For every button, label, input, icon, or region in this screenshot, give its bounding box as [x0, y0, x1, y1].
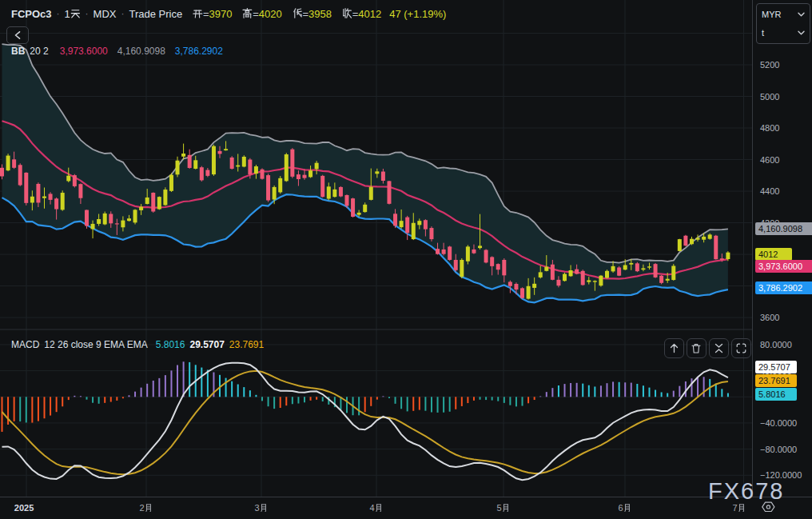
candle-body — [448, 246, 452, 260]
candle-body — [442, 250, 446, 254]
time-axis-label[interactable]: 2025 — [14, 503, 34, 513]
bb-lower-value: 3,786.2902 — [175, 46, 223, 57]
candle-body — [412, 223, 416, 239]
candle-body — [315, 163, 319, 170]
change-value: 47 (+1.19%) — [389, 8, 446, 20]
candle-body — [6, 156, 10, 171]
candle-body — [54, 198, 58, 209]
candle-body — [496, 264, 500, 269]
candle-body — [339, 187, 343, 197]
collapse-pane-button[interactable] — [709, 338, 729, 358]
bb-basis-value: 3,973.6000 — [60, 46, 108, 57]
candle-body — [502, 260, 506, 275]
delete-indicator-button[interactable] — [687, 338, 707, 358]
candle-body — [78, 184, 82, 198]
candle-body — [236, 166, 240, 167]
candle-body — [527, 286, 531, 299]
move-pane-up-button[interactable] — [664, 338, 684, 358]
ohlc-label: = — [242, 8, 258, 20]
bb-legend[interactable]: BB 20 2 3,973.6000 4,160.9098 3,786.2902 — [11, 45, 228, 57]
macd-legend[interactable]: MACD 12 26 close 9 EMA EMA 5.8016 29.570… — [11, 339, 269, 350]
candle-body — [556, 280, 560, 285]
candle-body — [133, 210, 137, 222]
candle-body — [327, 186, 331, 198]
candle-body — [714, 236, 718, 259]
candle-body — [587, 280, 591, 281]
interval-label[interactable]: 1 — [65, 8, 81, 20]
ohlc-value: 3970 — [209, 8, 232, 20]
back-button[interactable] — [6, 26, 29, 44]
time-axis-label[interactable]: 4 — [370, 503, 384, 513]
time-axis-label[interactable]: 6 — [619, 503, 632, 513]
symbol-title[interactable]: FCPOc3 — [11, 8, 52, 20]
candle-body — [73, 175, 77, 186]
candle-body — [581, 271, 585, 285]
candle-body — [635, 263, 639, 271]
axis-price-label: 5000 — [760, 92, 779, 102]
unit-dropdown[interactable]: t — [757, 23, 810, 42]
candle-body — [532, 284, 536, 288]
ohlc-value: 4012 — [358, 8, 381, 20]
candle-body — [357, 213, 361, 215]
chart-canvas[interactable] — [0, 0, 812, 519]
candle-body — [599, 276, 603, 285]
watermark: FX678 — [708, 478, 784, 505]
time-axis-label[interactable]: 3 — [255, 503, 269, 513]
trash-icon — [691, 343, 701, 353]
macd-params: 12 26 close 9 EMA EMA — [44, 339, 147, 350]
candle-body — [683, 236, 687, 246]
arrow-up-icon — [669, 343, 679, 353]
time-axis-label[interactable]: 2 — [140, 503, 153, 513]
candle-body — [308, 170, 312, 177]
candle-body — [678, 239, 682, 251]
candle-body — [436, 249, 440, 254]
time-axis[interactable]: 2025234567 — [0, 497, 812, 519]
axis-price-tag: 3,786.2902 — [755, 281, 812, 294]
candle-body — [708, 234, 712, 238]
candle-body — [375, 171, 379, 174]
time-axis-label[interactable]: 5 — [497, 503, 511, 513]
candle-body — [248, 160, 252, 175]
cjk-glyph — [145, 504, 153, 513]
candle-body — [176, 161, 180, 175]
candle-body — [393, 214, 397, 226]
unit-value: t — [762, 28, 764, 38]
candle-body — [266, 175, 270, 200]
candle-body — [261, 170, 265, 179]
macd-hist-value: 5.8016 — [156, 339, 185, 350]
candle-body — [605, 271, 609, 278]
cjk-glyph — [242, 8, 253, 18]
axis-price-tag: 5.8016 — [755, 388, 797, 401]
candle-body — [629, 263, 633, 265]
exchange-label: MDX — [94, 8, 117, 20]
chevron-down-icon — [798, 30, 805, 35]
axis-price-label: 4600 — [760, 155, 779, 165]
candle-body — [466, 246, 470, 261]
candle-body — [569, 270, 573, 276]
ohlc-label: = — [342, 8, 358, 20]
candle-body — [0, 168, 4, 177]
currency-dropdown[interactable]: MYR — [757, 5, 810, 24]
price-axis[interactable]: 52005000480046004400420040003800360080.0… — [752, 0, 812, 519]
candle-body — [641, 268, 645, 269]
candle-body — [91, 224, 95, 230]
bb-upper-value: 4,160.9098 — [117, 46, 165, 57]
candle-body — [205, 170, 209, 176]
candle-body — [12, 159, 16, 167]
candle-body — [617, 267, 621, 275]
chevron-left-icon — [14, 31, 21, 39]
candle-body — [726, 253, 730, 259]
candle-body — [181, 154, 185, 157]
currency-value: MYR — [762, 10, 781, 19]
ohlc-value: 3958 — [308, 8, 332, 20]
candle-body — [115, 223, 119, 224]
series-type-label: Trade Price — [129, 8, 182, 20]
candle-body — [242, 157, 246, 166]
candle-body — [224, 149, 228, 150]
candle-body — [121, 221, 125, 228]
candle-body — [303, 175, 307, 178]
candle-body — [647, 266, 651, 267]
maximize-pane-button[interactable] — [731, 338, 751, 358]
candle-body — [720, 258, 724, 260]
candle-body — [575, 269, 579, 274]
